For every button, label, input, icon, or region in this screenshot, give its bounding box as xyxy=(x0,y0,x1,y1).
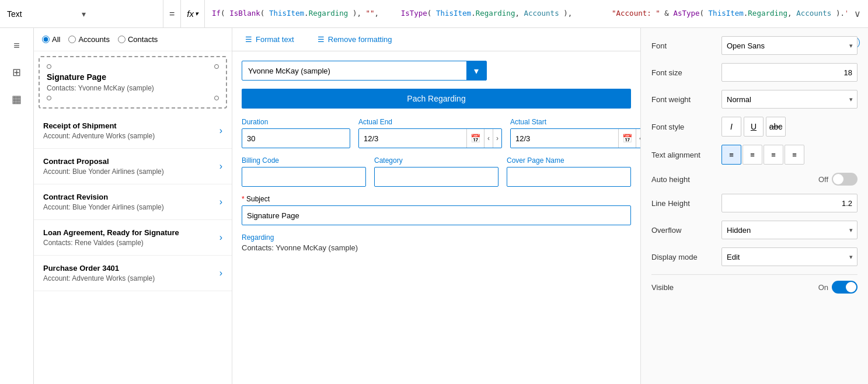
selected-signature-page[interactable]: Signature Page Contacts: Yvonne McKay (s… xyxy=(39,56,227,109)
prop-overflow: Overflow Hidden Scroll Visible xyxy=(651,221,857,239)
filter-all[interactable]: All xyxy=(42,35,60,44)
contract-item-1-arrow[interactable]: › xyxy=(219,161,222,172)
font-weight-select[interactable]: Normal Bold Lighter xyxy=(721,90,857,109)
middle-panel: ☰ Format text ☰ Remove formatting Yvonne… xyxy=(232,28,640,384)
duration-input[interactable] xyxy=(242,128,350,148)
actual-end-label: Actual End xyxy=(358,118,502,126)
style-buttons: I U abc xyxy=(721,117,857,137)
actual-start-calendar-icon[interactable]: 📅 xyxy=(618,129,636,148)
fx-button[interactable]: fx ▾ xyxy=(181,0,205,27)
contract-item-0[interactable]: Receipt of Shipment Account: Adventure W… xyxy=(34,113,232,149)
remove-formatting-button[interactable]: ☰ Remove formatting xyxy=(313,33,397,46)
display-mode-label: Display mode xyxy=(651,253,721,261)
visible-label: Visible xyxy=(651,283,674,292)
subject-section: * Subject xyxy=(242,195,631,225)
align-justify-button[interactable]: ≡ xyxy=(785,145,804,165)
line-height-label: Line Height xyxy=(651,199,721,208)
resize-handle-tr[interactable] xyxy=(214,64,219,69)
align-center-button[interactable]: ≡ xyxy=(742,145,762,165)
actual-end-prev[interactable]: ‹ xyxy=(484,128,493,148)
line-height-input[interactable] xyxy=(721,194,857,212)
prop-font-weight: Font weight Normal Bold Lighter xyxy=(651,90,857,109)
font-size-input[interactable] xyxy=(721,63,857,82)
actual-end-date[interactable]: 📅 ‹ › xyxy=(358,128,502,148)
prop-visible: Visible On xyxy=(651,281,857,294)
display-mode-select[interactable]: Edit View Disabled xyxy=(721,247,857,266)
prop-font-size: Font size xyxy=(651,63,857,82)
formula-code-area[interactable]: If( IsBlank( ThisItem.Regarding ), "", I… xyxy=(205,6,847,22)
italic-button[interactable]: I xyxy=(721,117,741,137)
align-right-button[interactable]: ≡ xyxy=(764,145,783,165)
actual-end-next[interactable]: › xyxy=(493,128,501,148)
actual-start-date[interactable]: 📅 ‹ › xyxy=(510,128,640,148)
filter-contacts[interactable]: Contacts xyxy=(118,35,158,44)
font-size-label: Font size xyxy=(651,68,721,77)
font-style-label: Font style xyxy=(651,123,721,131)
align-left-button[interactable]: ≡ xyxy=(721,145,741,165)
actual-start-input[interactable] xyxy=(511,129,618,148)
text-alignment-label: Text alignment xyxy=(651,151,721,159)
subject-input[interactable] xyxy=(242,205,631,225)
formula-expand-button[interactable]: ∨ xyxy=(847,8,868,19)
format-text-button[interactable]: ☰ Format text xyxy=(240,33,299,46)
contract-item-1[interactable]: Contract Proposal Account: Blue Yonder A… xyxy=(34,149,232,184)
format-toolbar: ☰ Format text ☰ Remove formatting xyxy=(232,28,640,51)
contract-item-4[interactable]: Purchase Order 3401 Account: Adventure W… xyxy=(34,256,232,291)
strikethrough-button[interactable]: abc xyxy=(766,117,786,137)
field-billing-code: Billing Code xyxy=(242,156,366,187)
prop-font: Font Open Sans xyxy=(651,36,857,55)
format-text-label: Format text xyxy=(256,35,294,44)
form-row-dates: Duration Actual End 📅 ‹ › Actua xyxy=(242,118,631,148)
actual-end-calendar-icon[interactable]: 📅 xyxy=(466,129,484,148)
overflow-select[interactable]: Hidden Scroll Visible xyxy=(721,221,857,239)
main-area: ≡ ⊞ ▦ All Accounts Contacts xyxy=(0,28,868,384)
resize-handle-br[interactable] xyxy=(214,96,219,100)
formula-bar: Text ▾ = fx ▾ If( IsBlank( ThisItem.Rega… xyxy=(0,0,868,28)
field-actual-end: Actual End 📅 ‹ › xyxy=(358,118,502,148)
contact-dropdown-value: Yvonne McKay (sample) xyxy=(248,67,330,75)
equals-symbol: = xyxy=(163,0,181,27)
filter-contacts-radio[interactable] xyxy=(118,36,126,43)
category-input[interactable] xyxy=(374,167,499,187)
contract-item-2[interactable]: Contract Revision Account: Blue Yonder A… xyxy=(34,184,232,220)
contract-item-0-arrow[interactable]: › xyxy=(219,125,222,136)
contract-item-3[interactable]: Loan Agreement, Ready for Signature Cont… xyxy=(34,220,232,256)
resize-handle-bl[interactable] xyxy=(47,96,51,100)
font-label: Font xyxy=(651,41,721,50)
font-select[interactable]: Open Sans xyxy=(721,36,857,55)
field-actual-start: Actual Start 📅 ‹ › xyxy=(510,118,640,148)
contract-item-4-arrow[interactable]: › xyxy=(219,268,222,278)
resize-handle-tl[interactable] xyxy=(47,64,51,69)
visible-status: On xyxy=(818,283,828,292)
filter-accounts-radio[interactable] xyxy=(68,36,76,43)
actual-end-input[interactable] xyxy=(359,129,466,148)
text-dropdown[interactable]: Text ▾ xyxy=(0,0,163,27)
filter-accounts[interactable]: Accounts xyxy=(68,35,109,44)
patch-regarding-button[interactable]: Pach Regarding xyxy=(242,89,631,109)
contract-item-4-sub: Account: Adventure Works (sample) xyxy=(43,274,155,282)
auto-height-label: Auto height xyxy=(651,175,690,184)
prop-display-mode: Display mode Edit View Disabled xyxy=(651,247,857,266)
sidebar-icon-grid[interactable]: ⊞ xyxy=(5,61,29,84)
prop-auto-height: Auto height Off xyxy=(651,173,857,186)
sidebar-icon-menu[interactable]: ≡ xyxy=(5,34,29,57)
contract-item-2-arrow[interactable]: › xyxy=(219,197,222,207)
cover-page-name-input[interactable] xyxy=(507,167,631,187)
contract-item-1-title: Contract Proposal xyxy=(43,157,164,166)
auto-height-status: Off xyxy=(818,175,828,184)
alignment-buttons: ≡ ≡ ≡ ≡ xyxy=(721,145,857,165)
prop-text-alignment: Text alignment ≡ ≡ ≡ ≡ xyxy=(651,145,857,165)
filter-accounts-label: Accounts xyxy=(78,35,109,44)
contract-item-3-arrow[interactable]: › xyxy=(219,232,222,243)
billing-code-input[interactable] xyxy=(242,167,366,187)
visible-toggle[interactable] xyxy=(832,281,857,294)
form-row-billing: Billing Code Category Cover Page Name xyxy=(242,156,631,187)
filter-all-radio[interactable] xyxy=(42,36,50,43)
actual-start-prev[interactable]: ‹ xyxy=(636,128,640,148)
auto-height-toggle[interactable] xyxy=(832,173,857,186)
sidebar-icon-dashboard[interactable]: ▦ xyxy=(5,88,29,111)
contact-dropdown[interactable]: Yvonne McKay (sample) ▾ xyxy=(242,61,487,81)
category-label: Category xyxy=(374,156,499,165)
contact-dropdown-btn[interactable]: ▾ xyxy=(466,61,486,81)
underline-button[interactable]: U xyxy=(744,117,764,137)
